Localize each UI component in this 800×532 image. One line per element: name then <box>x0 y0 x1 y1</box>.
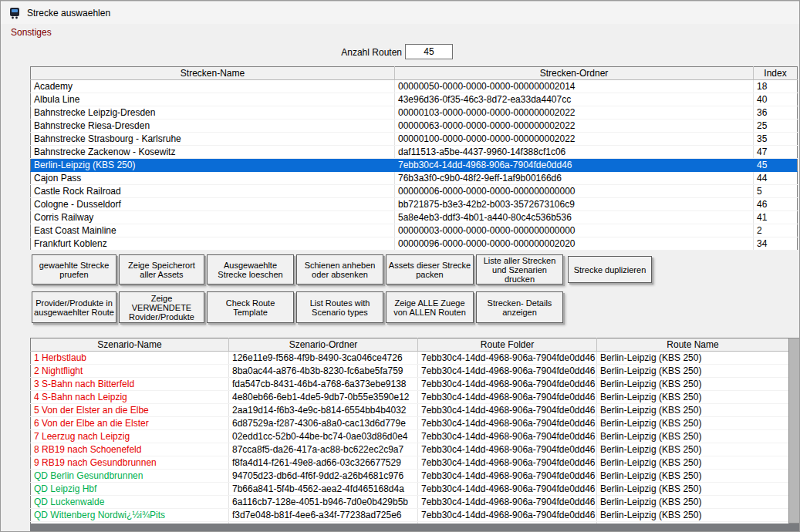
scenario-folder: f8fa4d14-f261-49e8-ad66-03c326677529 <box>229 456 418 470</box>
route-index: 44 <box>754 172 798 185</box>
scenario-route-folder: 7ebb30c4-14dd-4968-906a-7904fde0dd46 <box>418 391 597 404</box>
scenarios-header-folder[interactable]: Szenario-Ordner <box>229 338 418 352</box>
zeige-verwendete-provider-button[interactable]: Zeige VERWENDETE Rovider/Produkte <box>119 291 204 323</box>
route-index: 5 <box>754 185 798 198</box>
scenario-folder: 02edd1cc-52b0-44be-bc74-0ae03d86d0e4 <box>229 430 418 443</box>
route-name: Academy <box>31 80 395 93</box>
scenario-route-folder: 7ebb30c4-14dd-4968-906a-7904fde0dd46 <box>418 456 597 470</box>
scenario-folder: 6d87529a-f287-4306-a8a0-cac13d6d779e <box>229 417 418 430</box>
route-folder: 7ebb30c4-14dd-4968-906a-7904fde0dd46 <box>395 159 754 172</box>
scenario-name: 3 S-Bahn nach Bitterfeld <box>31 378 229 391</box>
scenarios-header-route-name[interactable]: Route Name <box>597 338 789 352</box>
scenario-name: QD Berlin Gesundbrunnen <box>31 470 229 483</box>
zeige-speicherort-assets-button[interactable]: Zeige Speicherort aller Assets <box>119 254 204 285</box>
strecke-loeschen-button[interactable]: Ausgewaehlte Strecke loeschen <box>207 254 294 285</box>
route-row[interactable]: Castle Rock Railroad00000006-0000-0000-0… <box>31 185 798 198</box>
scenarios-header-name[interactable]: Szenario-Name <box>31 338 229 352</box>
route-name: Albula Line <box>31 93 395 106</box>
scenario-route-folder: 7ebb30c4-14dd-4968-906a-7904fde0dd46 <box>418 483 597 496</box>
route-row[interactable]: Bahnstrecke Strasbourg - Karlsruhe000001… <box>31 133 798 146</box>
scenario-folder: 7b66a841-5f4b-4562-aea2-4fd465168d4a <box>229 483 418 496</box>
route-row[interactable]: East Coast Mainline00000003-0000-0000-00… <box>31 224 798 237</box>
scenario-row[interactable]: 1 Herbstlaub126e11e9-f568-4f9b-8490-3ca0… <box>31 352 789 365</box>
horizontal-scrollbar[interactable] <box>30 524 800 532</box>
scenario-name: 7 Leerzug nach Leipzig <box>31 430 229 443</box>
scenario-route-name: Berlin-Leipzig (KBS 250) <box>597 509 789 522</box>
routes-table-body: Academy00000050-0000-0000-0000-000000002… <box>31 80 798 251</box>
route-row[interactable]: Corris Railway5a8e4eb3-ddf3-4b01-a440-80… <box>31 211 798 224</box>
scenario-name: 6 Von der Elbe an die Elster <box>31 417 229 430</box>
scenario-name: 1 Herbstlaub <box>31 352 229 365</box>
scenario-row[interactable]: 3 S-Bahn nach Bitterfeldfda547cb-8431-46… <box>31 378 789 391</box>
scenario-route-folder: 7ebb30c4-14dd-4968-906a-7904fde0dd46 <box>418 509 597 522</box>
scenario-row[interactable]: QD Berlin Gesundbrunnen94705d23-db6d-4f6… <box>31 470 789 483</box>
scenario-name: 5 Von der Elster an die Elbe <box>31 404 229 417</box>
route-row[interactable]: Cajon Pass76b3a3f0-c9b0-48f2-9eff-1af9b0… <box>31 172 798 185</box>
route-row[interactable]: Bahnstrecke Riesa-Dresden00000063-0000-0… <box>31 120 798 133</box>
route-name: Bahnstrecke Riesa-Dresden <box>31 120 395 133</box>
routes-header-folder[interactable]: Strecken-Ordner <box>395 67 754 80</box>
route-row[interactable]: Bahnstrecke Leipzig-Dresden00000103-0000… <box>31 106 798 120</box>
scenarios-header-route-folder[interactable]: Route Folder <box>418 338 597 352</box>
route-row[interactable]: Albula Line43e96d36-0f35-46c3-8d72-ea33d… <box>31 93 798 106</box>
route-row[interactable]: Bahnstrecke Zackenow - Kosewitzdaf11513-… <box>31 146 798 159</box>
scenario-row[interactable]: 4 S-Bahn nach Leipzig4e80eb66-6eb1-4de5-… <box>31 391 789 404</box>
anzahl-routen-input[interactable] <box>405 44 453 59</box>
scenario-row[interactable]: QD Leipzig Hbf7b66a841-5f4b-4562-aea2-4f… <box>31 483 789 496</box>
anzahl-routen-label: Anzahl Routen <box>339 47 402 58</box>
strecken-details-anzeigen-button[interactable]: Strecken- Details anzeigen <box>476 291 563 323</box>
scenarios-vertical-scrollbar[interactable] <box>788 338 800 524</box>
route-folder: bb721875-b3e3-42b2-b003-3572673106c9 <box>395 198 754 211</box>
scenario-row[interactable]: 2 Nightflight8ba0ac44-a876-4b3b-8230-fc6… <box>31 365 789 378</box>
menu-sonstiges[interactable]: Sonstiges <box>7 25 56 39</box>
routes-header-row: Strecken-Name Strecken-Ordner Index <box>31 67 798 80</box>
route-row[interactable]: Berlin-Leipzig (KBS 250)7ebb30c4-14dd-49… <box>31 159 798 172</box>
scenario-row[interactable]: QD Wittenberg Nordwi¿½i¾Pitsf3d7e048-b81… <box>31 509 789 522</box>
route-folder: 00000103-0000-0000-0000-000000002022 <box>395 106 754 120</box>
scenario-route-name: Berlin-Leipzig (KBS 250) <box>597 352 789 365</box>
list-routes-scenario-types-button[interactable]: List Routes with Scenario types <box>296 291 383 323</box>
gewaehlte-strecke-pruefen-button[interactable]: gewaehlte Strecke pruefen <box>32 254 116 285</box>
scenario-name: QD Leipzig Hbf <box>31 483 229 496</box>
route-row[interactable]: Academy00000050-0000-0000-0000-000000002… <box>31 80 798 93</box>
titlebar: Strecke auswaehlen <box>1 1 799 24</box>
scenario-route-folder: 7ebb30c4-14dd-4968-906a-7904fde0dd46 <box>418 470 597 483</box>
assets-packen-button[interactable]: Assets dieser Strecke packen <box>386 254 474 285</box>
route-name: Bahnstrecke Zackenow - Kosewitz <box>31 146 395 159</box>
liste-strecken-szenarien-drucken-button[interactable]: Liste aller Strecken und Szenarien druck… <box>476 254 563 285</box>
scenario-row[interactable]: 8 RB19 nach Schoenefeld87cca8f5-da26-417… <box>31 443 789 456</box>
scenario-row[interactable]: 7 Leerzug nach Leipzig02edd1cc-52b0-44be… <box>31 430 789 443</box>
route-row[interactable]: Frankfurt Koblenz00000096-0000-0000-0000… <box>31 237 798 251</box>
scenario-route-name: Berlin-Leipzig (KBS 250) <box>597 496 789 509</box>
menubar: Sonstiges <box>1 24 799 41</box>
scenario-row[interactable]: 6 Von der Elbe an die Elster6d87529a-f28… <box>31 417 789 430</box>
provider-produkte-route-button[interactable]: Provider/Produkte in ausgewaehlter Route <box>32 291 116 323</box>
scenario-route-name: Berlin-Leipzig (KBS 250) <box>597 456 789 470</box>
scenario-name: QD Wittenberg Nordwi¿½i¾Pits <box>31 509 229 522</box>
routes-header-index[interactable]: Index <box>754 67 798 80</box>
scenarios-header-row: Szenario-Name Szenario-Ordner Route Fold… <box>31 338 789 352</box>
scenario-row[interactable]: QD Luckenwalde6a116cb7-128e-4051-b946-7d… <box>31 496 789 509</box>
route-folder: 00000006-0000-0000-0000-000000000000 <box>395 185 754 198</box>
scenario-row[interactable]: 5 Von der Elster an die Elbe2aa19d14-f6b… <box>31 404 789 417</box>
schienen-anheben-absenken-button[interactable]: Schienen anheben oder absenken <box>296 254 383 285</box>
strecke-duplizieren-button[interactable]: Strecke duplizieren <box>568 256 652 283</box>
route-index: 36 <box>754 106 798 120</box>
scenario-route-folder: 7ebb30c4-14dd-4968-906a-7904fde0dd46 <box>418 365 597 378</box>
scenario-row[interactable]: 9 RB19 nach Gesundbrunnenf8fa4d14-f261-4… <box>31 456 789 470</box>
check-route-template-button[interactable]: Check Route Template <box>207 291 294 323</box>
route-name: Castle Rock Railroad <box>31 185 395 198</box>
route-name: Berlin-Leipzig (KBS 250) <box>31 159 395 172</box>
routes-header-name[interactable]: Strecken-Name <box>31 67 395 80</box>
scenario-route-folder: 7ebb30c4-14dd-4968-906a-7904fde0dd46 <box>418 496 597 509</box>
route-folder: 00000100-0000-0000-0000-000000002022 <box>395 133 754 146</box>
scenario-name: 9 RB19 nach Gesundbrunnen <box>31 456 229 470</box>
scenario-route-name: Berlin-Leipzig (KBS 250) <box>597 417 789 430</box>
window: Strecke auswaehlen Sonstiges Anzahl Rout… <box>0 0 800 532</box>
route-name: East Coast Mainline <box>31 224 395 237</box>
route-row[interactable]: Cologne - Dusseldorfbb721875-b3e3-42b2-b… <box>31 198 798 211</box>
route-index: 35 <box>754 133 798 146</box>
zeige-alle-zuege-button[interactable]: Zeige ALLE Zuege von ALLEN Routen <box>386 291 474 323</box>
route-name: Cajon Pass <box>31 172 395 185</box>
scenario-route-folder: 7ebb30c4-14dd-4968-906a-7904fde0dd46 <box>418 352 597 365</box>
